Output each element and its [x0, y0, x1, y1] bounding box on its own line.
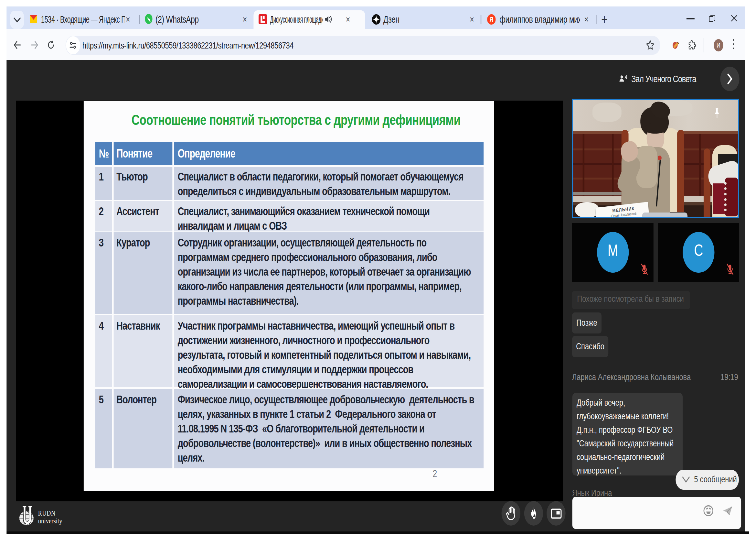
- svg-text:Я: Я: [490, 16, 493, 23]
